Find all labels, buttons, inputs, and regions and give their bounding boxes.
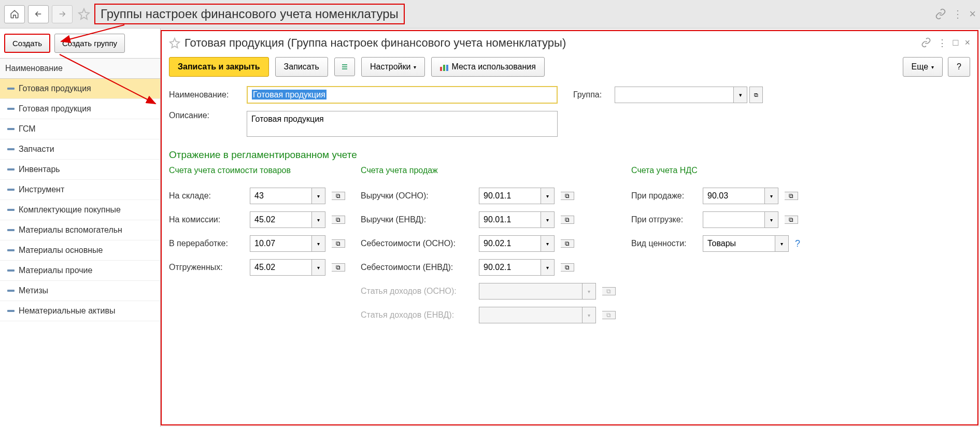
dropdown-icon[interactable]: ▾ [312,188,325,204]
open-icon[interactable]: ⧉ [332,192,345,200]
more-dropdown[interactable]: Еще ▾ [903,57,943,77]
vat-on-shipment-label: При отгрузке: [631,215,699,224]
shipped-input[interactable] [250,259,312,276]
description-input[interactable] [247,111,558,137]
open-icon[interactable]: ⧉ [749,87,763,103]
kebab-menu-icon[interactable]: ⋮ [938,37,947,49]
list-button[interactable] [334,58,355,76]
group-label: Группа: [573,90,609,99]
revenue-osno-input[interactable] [479,188,541,204]
home-button[interactable] [4,5,25,23]
cost-osno-input[interactable] [479,235,541,252]
list-column-header: Наименование [0,58,160,79]
dropdown-icon[interactable]: ▾ [541,188,555,204]
regulated-accounting-title: Отражение в регламентированном учете [169,149,970,161]
list-item[interactable]: Нематериальные активы [0,301,160,321]
open-icon[interactable]: ⧉ [332,216,345,224]
help-icon[interactable]: ? [795,238,800,249]
open-icon: ⧉ [602,287,616,295]
favorite-star-icon[interactable] [169,37,180,49]
open-icon[interactable]: ⧉ [785,216,798,224]
vat-on-sale-label: При продаже: [631,191,699,201]
shipped-label: Отгруженных: [169,263,246,272]
list-item[interactable]: Метизы [0,281,160,301]
vat-on-shipment-input[interactable] [703,211,765,228]
kebab-menu-icon[interactable]: ⋮ [953,8,963,20]
list-item[interactable]: Материалы вспомогательн [0,220,160,240]
sales-accounts-title: Счета учета продаж [361,166,616,175]
save-and-close-button[interactable]: Записать и закрыть [169,57,269,77]
settings-dropdown[interactable]: Настройки ▾ [361,57,425,77]
in-processing-input[interactable] [250,235,312,252]
group-input[interactable] [615,87,734,103]
dropdown-icon: ▾ [583,283,596,300]
close-icon[interactable]: × [964,37,970,49]
vat-accounts-title: Счета учета НДС [631,166,800,175]
back-button[interactable] [28,5,49,23]
income-osno-label: Статья доходов (ОСНО): [361,287,475,296]
form-title: Готовая продукция (Группа настроек финан… [184,36,921,50]
open-icon[interactable]: ⧉ [561,192,574,200]
dropdown-icon[interactable]: ▾ [312,211,325,228]
list-item[interactable]: Материалы прочие [0,261,160,281]
list-item[interactable]: Готовая продукция [0,99,160,119]
list-item[interactable]: Инструмент [0,180,160,200]
cost-accounts-title: Счета учета стоимости товаров [169,166,345,175]
value-type-input[interactable] [703,235,775,252]
cost-envd-label: Себестоимости (ЕНВД): [361,263,475,272]
dropdown-icon[interactable]: ▾ [765,188,778,204]
open-icon[interactable]: ⧉ [561,263,574,272]
name-label: Наименование: [169,90,242,99]
in-processing-label: В переработке: [169,239,246,248]
cost-osno-label: Себестоимости (ОСНО): [361,239,475,248]
list-item[interactable]: Готовая продукция [0,79,160,99]
dropdown-icon[interactable]: ▾ [541,211,555,228]
dropdown-icon[interactable]: ▾ [541,259,555,276]
revenue-envd-input[interactable] [479,211,541,228]
open-icon[interactable]: ⧉ [332,239,345,248]
on-commission-label: На комиссии: [169,215,246,224]
link-icon[interactable] [921,37,931,48]
items-list: Готовая продукция Готовая продукция ГСМ … [0,79,160,427]
dropdown-icon[interactable]: ▾ [541,235,555,252]
income-osno-input [479,283,583,300]
dropdown-icon[interactable]: ▾ [312,259,325,276]
dropdown-icon[interactable]: ▾ [312,235,325,252]
dropdown-icon: ▾ [583,307,596,323]
open-icon[interactable]: ⧉ [332,263,345,272]
save-button[interactable]: Записать [275,57,328,77]
forward-button[interactable] [52,5,73,23]
revenue-osno-label: Выручки (ОСНО): [361,191,475,201]
open-icon[interactable]: ⧉ [561,239,574,248]
income-envd-input [479,307,583,323]
bar-chart-icon [440,63,448,71]
open-icon[interactable]: ⧉ [785,192,798,200]
help-button[interactable]: ? [948,57,970,77]
dropdown-icon[interactable]: ▾ [765,211,778,228]
page-title: Группы настроек финансового учета номенк… [94,4,405,24]
value-type-label: Вид ценности: [631,239,699,248]
create-group-button[interactable]: Создать группу [54,34,125,53]
on-stock-input[interactable] [250,188,312,204]
dropdown-icon[interactable]: ▾ [734,87,747,103]
open-icon: ⧉ [602,311,616,319]
on-stock-label: На складе: [169,191,246,201]
favorite-star-icon[interactable] [78,8,90,20]
name-input[interactable]: Готовая продукция [247,86,558,104]
create-button[interactable]: Создать [4,34,50,53]
on-commission-input[interactable] [250,211,312,228]
vat-on-sale-input[interactable] [703,188,765,204]
usage-places-button[interactable]: Места использования [431,57,544,77]
close-icon[interactable]: × [969,7,976,21]
open-icon[interactable]: ⧉ [561,216,574,224]
cost-envd-input[interactable] [479,259,541,276]
revenue-envd-label: Выручки (ЕНВД): [361,215,475,224]
list-item[interactable]: Запчасти [0,139,160,160]
dropdown-icon[interactable]: ▾ [775,235,789,252]
list-item[interactable]: Материалы основные [0,240,160,261]
list-item[interactable]: ГСМ [0,119,160,139]
link-icon[interactable] [935,8,946,20]
list-item[interactable]: Инвентарь [0,160,160,180]
maximize-icon[interactable]: □ [953,37,959,49]
list-item[interactable]: Комплектующие покупные [0,200,160,220]
